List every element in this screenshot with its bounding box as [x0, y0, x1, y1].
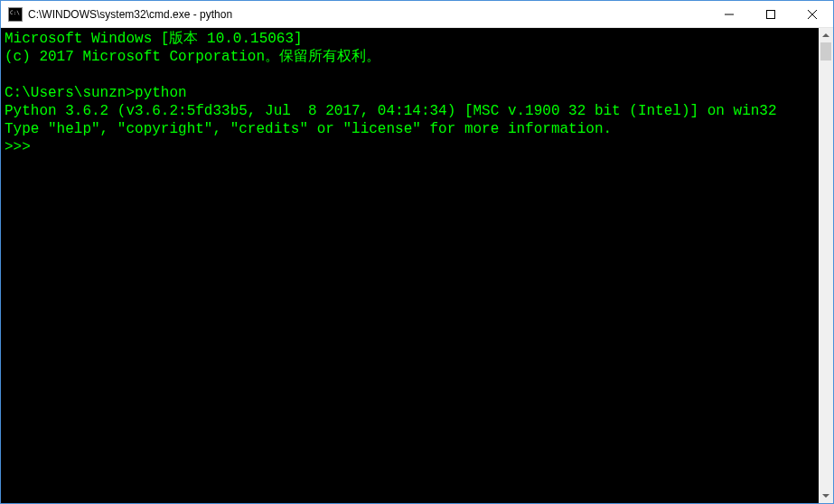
svg-marker-4 — [822, 33, 829, 37]
console-line: Python 3.6.2 (v3.6.2:5fd33b5, Jul 8 2017… — [5, 102, 815, 120]
maximize-button[interactable] — [750, 1, 792, 27]
maximize-icon — [766, 10, 775, 19]
close-button[interactable] — [792, 1, 833, 27]
titlebar[interactable]: C:\WINDOWS\system32\cmd.exe - python — [1, 1, 833, 28]
chevron-up-icon — [822, 33, 829, 37]
svg-marker-5 — [822, 494, 829, 498]
console-output[interactable]: Microsoft Windows [版本 10.0.15063](c) 201… — [1, 28, 819, 503]
console-line: (c) 2017 Microsoft Corporation。保留所有权利。 — [5, 48, 815, 66]
chevron-down-icon — [822, 494, 829, 498]
scroll-up-button[interactable] — [819, 28, 833, 42]
cmd-window: C:\WINDOWS\system32\cmd.exe - python Mic… — [0, 0, 834, 504]
window-title: C:\WINDOWS\system32\cmd.exe - python — [28, 8, 708, 21]
console-line — [5, 66, 815, 84]
minimize-icon — [725, 10, 734, 19]
scroll-track[interactable] — [819, 42, 833, 489]
console-line: C:\Users\sunzn>python — [5, 84, 815, 102]
console-container: Microsoft Windows [版本 10.0.15063](c) 201… — [1, 28, 833, 503]
console-line: >>> — [5, 138, 815, 156]
window-controls — [708, 1, 833, 27]
cmd-icon — [8, 7, 23, 22]
vertical-scrollbar[interactable] — [819, 28, 833, 503]
scroll-down-button[interactable] — [819, 489, 833, 503]
close-icon — [808, 10, 817, 19]
scroll-thumb[interactable] — [820, 42, 831, 61]
svg-rect-1 — [767, 10, 775, 18]
console-line: Type "help", "copyright", "credits" or "… — [5, 120, 815, 138]
console-line: Microsoft Windows [版本 10.0.15063] — [5, 30, 815, 48]
minimize-button[interactable] — [708, 1, 750, 27]
